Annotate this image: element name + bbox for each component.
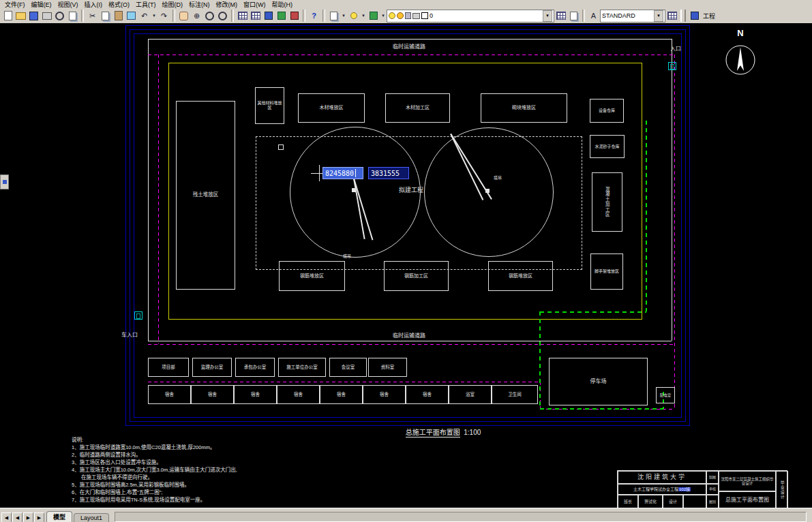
road-line-bottom <box>148 341 672 341</box>
menu-edit[interactable]: 编辑(E) <box>29 0 55 9</box>
fence-top <box>148 55 675 55</box>
menu-dimension[interactable]: 标注(N) <box>186 0 213 9</box>
menu-window[interactable]: 窗口(W) <box>241 0 269 9</box>
menu-help[interactable]: 帮助(H) <box>269 0 296 9</box>
project-tool-icon[interactable] <box>688 10 701 22</box>
menu-tools[interactable]: 工具(T) <box>133 0 159 9</box>
note-line: 6、在大门和临时围墙上,布置“五牌二图”; <box>72 489 372 496</box>
properties-icon[interactable] <box>236 10 249 22</box>
coord-y-input[interactable]: 3831555 <box>368 167 409 179</box>
zone-cement-warehouse: 水泥砂子仓库 <box>590 135 625 158</box>
layer-on-icon[interactable] <box>389 12 395 19</box>
layer-combo-arrow[interactable]: ▾ <box>543 10 552 22</box>
layer-lock-icon[interactable] <box>405 12 411 19</box>
text-style-icon[interactable]: A <box>587 10 600 22</box>
view-flyout-dropdown-icon[interactable]: ▾ <box>360 10 367 22</box>
title-block-col-label: 审核 <box>706 484 719 495</box>
title-block-project: 沈阳市某二层混凝土施工组织毕业设计 <box>719 471 776 491</box>
note-line: 3、施工场区各出入口处设置冲车设施。 <box>72 459 372 466</box>
layer-previous-icon[interactable] <box>567 10 580 22</box>
help-icon[interactable]: ? <box>307 10 320 22</box>
tab-first-icon[interactable]: ◀ <box>1 512 12 522</box>
power-line-segment <box>539 311 541 409</box>
parking-box: 停车场 <box>549 358 648 405</box>
dorm-box: 宿舍 <box>148 385 191 404</box>
layer-flyout-icon[interactable] <box>327 10 340 22</box>
render-flyout-dropdown-icon[interactable]: ▾ <box>380 10 387 22</box>
layer-freeze-icon[interactable] <box>397 12 404 19</box>
note-line: 在施工现场车辆不得逆向行驶。 <box>72 474 372 481</box>
north-label: N <box>737 28 743 38</box>
note-line: 4、施工现场主大门宽10.0m,次大门宽3.0m,运输车辆由主大门进次大门出, <box>72 466 372 474</box>
copy-icon[interactable] <box>99 10 112 22</box>
tab-layout1[interactable]: Layout1 <box>74 513 109 522</box>
menu-modify[interactable]: 修改(M) <box>213 0 241 9</box>
tab-model[interactable]: 模型 <box>46 511 72 522</box>
office-box: 会议室 <box>329 358 367 377</box>
tab-next-icon[interactable]: ▶ <box>23 512 33 522</box>
image-icon[interactable] <box>275 10 288 22</box>
toolbar-grip[interactable] <box>680 10 686 22</box>
menu-insert[interactable]: 插入(I) <box>82 0 106 9</box>
tab-last-icon[interactable]: ▶ <box>34 512 44 522</box>
undo-dropdown-icon[interactable]: ▾ <box>151 10 157 22</box>
crane-radius-1 <box>290 127 421 258</box>
menu-view[interactable]: 视图(V) <box>55 0 81 9</box>
fence-left <box>158 55 159 343</box>
zone-block-storage: 砌块堆放区 <box>481 93 567 123</box>
cut-icon[interactable]: ✂ <box>86 10 99 22</box>
layer-combo[interactable]: 0 ▾ <box>387 10 554 22</box>
view-flyout-icon[interactable] <box>347 10 360 22</box>
title-block-cell: 班长 <box>618 495 638 508</box>
title-block-cell: 设计 <box>663 495 683 508</box>
tab-prev-icon[interactable]: ◀ <box>12 512 22 522</box>
autocad-window: 文件(F) 编辑(E) 视图(V) 插入(I) 格式(O) 工具(T) 绘图(D… <box>0 0 812 522</box>
menu-draw[interactable]: 绘图(D) <box>160 0 186 9</box>
menu-file[interactable]: 文件(F) <box>2 0 28 9</box>
table-style-icon[interactable] <box>665 10 678 22</box>
title-block-cell <box>683 495 706 508</box>
crane-base-1 <box>352 188 356 192</box>
block-icon[interactable] <box>262 10 275 22</box>
power-line-segment <box>540 311 646 313</box>
office-box: 承包办公室 <box>235 358 275 377</box>
text-style-combo[interactable]: STANDARD ▾ <box>600 10 665 22</box>
redo-icon[interactable]: ↷ <box>157 10 170 22</box>
title-block-class-text: 土木工程学院试办全工程 <box>633 487 678 492</box>
zoom-realtime-icon[interactable]: ⊕ <box>190 10 203 22</box>
table-icon[interactable] <box>249 10 262 22</box>
crane-label-1: 塔吊 <box>343 253 351 259</box>
layer-flyout-dropdown-icon[interactable]: ▾ <box>340 10 347 22</box>
layer-properties-icon[interactable] <box>554 10 567 22</box>
save-icon[interactable] <box>27 10 40 22</box>
render-flyout-icon[interactable] <box>367 10 380 22</box>
coord-x-value: 8245880 <box>325 170 354 177</box>
open-icon[interactable] <box>14 10 27 22</box>
undo-icon[interactable]: ↶ <box>138 10 151 22</box>
plot-icon[interactable] <box>40 10 53 22</box>
layer-color-swatch[interactable] <box>421 12 428 19</box>
zone-concrete-process: 混凝土加工区 <box>592 172 622 232</box>
pickbox <box>278 144 284 150</box>
new-icon[interactable] <box>1 10 14 22</box>
coord-x-input[interactable]: 8245880 <box>322 167 363 179</box>
paste-icon[interactable] <box>112 10 125 22</box>
zoom-previous-icon[interactable] <box>216 10 229 22</box>
toolbar: ✂ ↶ ▾ ↷ ⊕ ? ▾ ▾ ▾ 0 ▾ <box>0 8 812 24</box>
drawing-canvas[interactable]: 临时运输道路 临时运输道路 入口 车入口 残土堆放区 其他材料堆放区 木材堆放区… <box>0 23 812 508</box>
publish-icon[interactable] <box>66 10 79 22</box>
text-style-combo-arrow[interactable]: ▾ <box>654 10 663 22</box>
plot-preview-icon[interactable] <box>53 10 66 22</box>
menu-format[interactable]: 格式(O) <box>106 0 132 9</box>
pan-icon[interactable] <box>177 10 190 22</box>
horizontal-scrollbar[interactable] <box>115 512 807 522</box>
layer-plot-icon[interactable] <box>412 13 420 19</box>
office-box: 施工单位办公室 <box>278 358 326 377</box>
hatch-icon[interactable] <box>288 10 301 22</box>
title-block-stage: 毕业设计 <box>776 471 788 508</box>
docked-palette-tab[interactable] <box>0 174 9 189</box>
power-line-segment <box>646 121 647 311</box>
zoom-window-icon[interactable] <box>203 10 216 22</box>
match-properties-icon[interactable] <box>125 10 138 22</box>
title-block-col-label: 图别 <box>706 495 719 508</box>
